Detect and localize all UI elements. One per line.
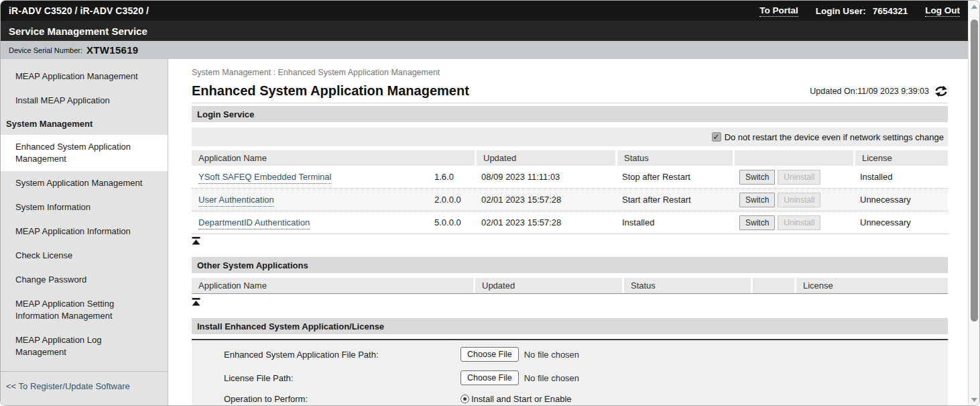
column-actions (733, 150, 853, 166)
actions-cell: SwitchUninstall (733, 170, 853, 185)
license-file-path-row: License File Path: Choose File No file c… (224, 370, 948, 386)
column-status: Status (622, 278, 751, 293)
uninstall-button[interactable]: Uninstall (778, 170, 820, 185)
top-bar-right: To Portal Login User: 7654321 Log Out (759, 5, 960, 17)
page-title: Enhanced System Application Management (192, 83, 469, 99)
sidebar-item-enhanced-system-application-management[interactable]: Enhanced System Application Management (1, 135, 168, 171)
sms-window: iR-ADV C3520 / iR-ADV C3520 / To Portal … (0, 0, 980, 406)
column-license: License (794, 278, 948, 293)
serial-label: Device Serial Number: (9, 46, 82, 54)
main-content: System Management : Enhanced System Appl… (168, 59, 968, 406)
sidebar-item-meap-application-log-management[interactable]: MEAP Application Log Management (1, 328, 168, 364)
uninstall-button[interactable]: Uninstall (778, 193, 820, 207)
sidebar-menu: MEAP Application ManagementInstall MEAP … (1, 64, 168, 364)
vertical-scrollbar[interactable] (968, 1, 979, 405)
top-bar: iR-ADV C3520 / iR-ADV C3520 / To Portal … (1, 1, 968, 21)
section-other-apps-label: Other System Applications (197, 260, 308, 270)
sidebar-item-check-license[interactable]: Check License (1, 244, 168, 268)
license-cell: Installed (853, 172, 948, 182)
log-out-link[interactable]: Log Out (925, 5, 960, 17)
column-empty (751, 278, 794, 293)
status-cell: Stop after Restart (615, 172, 733, 182)
choose-file-button[interactable]: Choose File (461, 347, 519, 362)
section-login-service-label: Login Service (197, 109, 254, 119)
status-cell: Start after Restart (615, 195, 733, 205)
table-row: YSoft SAFEQ Embedded Terminal1.6.008/09 … (192, 166, 948, 189)
version-cell: 5.0.0.0 (428, 217, 475, 227)
application-link[interactable]: YSoft SAFEQ Embedded Terminal (198, 172, 331, 184)
no-restart-label: Do not restart the device even if networ… (725, 132, 944, 142)
updated-cell: 02/01 2023 15:57:28 (475, 195, 615, 205)
other-apps-table-header: Application Name Updated Status License (192, 278, 948, 294)
login-user-label: Login User: (816, 6, 866, 16)
updated-on-wrap: Updated On:11/09 2023 9:39:03 (810, 85, 948, 99)
sidebar-item-install-meap-application[interactable]: Install MEAP Application (1, 89, 168, 113)
column-updated: Updated (475, 150, 615, 166)
application-name-cell: YSoft SAFEQ Embedded Terminal (192, 172, 428, 182)
column-license: License (853, 150, 948, 166)
license-cell: Unnecessary (853, 195, 948, 205)
actions-cell: SwitchUninstall (733, 193, 853, 207)
table-row: DepartmentID Authentication5.0.0.002/01 … (192, 211, 948, 234)
switch-button[interactable]: Switch (739, 170, 775, 185)
sidebar-item-meap-application-management[interactable]: MEAP Application Management (1, 64, 168, 89)
actions-cell: SwitchUninstall (733, 215, 853, 230)
file-chosen-status: No file chosen (524, 373, 579, 383)
sidebar-item-system-application-management[interactable]: System Application Management (1, 171, 168, 195)
application-name-cell: User Authentication (192, 195, 428, 205)
serial-bar: Device Serial Number: XTW15619 (1, 41, 968, 59)
version-cell: 1.6.0 (428, 172, 475, 182)
sidebar-item-change-password[interactable]: Change Password (1, 268, 168, 292)
device-title: iR-ADV C3520 / iR-ADV C3520 / (9, 5, 149, 16)
column-application-name: Application Name (192, 278, 473, 293)
switch-button[interactable]: Switch (739, 193, 775, 207)
choose-file-button[interactable]: Choose File (461, 370, 519, 385)
no-restart-checkbox[interactable]: ✓ (712, 132, 721, 142)
section-login-service: Login Service (192, 106, 948, 122)
scrollbar-thumb[interactable] (971, 19, 978, 321)
scrollbar-up-arrow[interactable] (969, 1, 980, 12)
status-cell: Installed (615, 217, 733, 227)
sidebar-register-link[interactable]: << To Register/Update Software (1, 372, 168, 401)
no-restart-row: ✓ Do not restart the device even if netw… (192, 128, 948, 146)
sidebar-item-meap-application-setting-information-management[interactable]: MEAP Application Setting Information Man… (1, 292, 168, 328)
app-file-path-row: Enhanced System Application File Path: C… (224, 346, 948, 362)
section-other-apps: Other System Applications (192, 257, 948, 273)
application-link[interactable]: DepartmentID Authentication (198, 217, 310, 230)
updated-cell: 08/09 2023 11:11:03 (475, 172, 615, 182)
login-service-table-header: Application Name Updated Status License (192, 150, 948, 166)
to-portal-link[interactable]: To Portal (759, 5, 798, 17)
scrollbar-down-arrow[interactable] (969, 394, 980, 405)
uninstall-button[interactable]: Uninstall (778, 215, 820, 230)
login-user: Login User: 7654321 (816, 6, 908, 16)
operation-row: Operation to Perform: Install and Start … (224, 391, 948, 406)
sidebar-item-meap-application-information[interactable]: MEAP Application Information (1, 219, 168, 244)
refresh-icon[interactable] (934, 85, 948, 97)
sidebar-item-system-information[interactable]: System Information (1, 195, 168, 219)
section-install: Install Enhanced System Application/Lice… (192, 318, 948, 334)
column-status: Status (615, 150, 733, 166)
scroll-to-top-icon[interactable] (192, 298, 200, 306)
title-row: Enhanced System Application Management U… (192, 81, 948, 99)
switch-button[interactable]: Switch (739, 215, 775, 230)
operation-option-1: Install and Start or Enable (461, 394, 572, 404)
sidebar-item-system-management: System Management (1, 113, 168, 135)
radio-install-and-start[interactable] (461, 395, 469, 403)
column-application-name: Application Name (192, 150, 475, 166)
scroll-to-top-icon[interactable] (192, 237, 200, 245)
version-cell: 2.0.0.0 (428, 195, 475, 205)
section-install-label: Install Enhanced System Application/Lice… (197, 321, 384, 332)
sidebar: MEAP Application ManagementInstall MEAP … (1, 59, 168, 406)
column-updated: Updated (473, 278, 622, 293)
body: MEAP Application ManagementInstall MEAP … (1, 59, 968, 406)
operation-label: Operation to Perform: (224, 394, 461, 404)
license-file-path-label: License File Path: (224, 373, 461, 383)
title-divider (192, 103, 948, 103)
app-title-bar: Service Management Service (1, 21, 968, 41)
application-name-cell: DepartmentID Authentication (192, 217, 428, 227)
serial-value: XTW15619 (86, 44, 138, 56)
login-user-value: 7654321 (873, 6, 908, 16)
application-link[interactable]: User Authentication (198, 195, 274, 207)
app-title: Service Management Service (9, 26, 147, 37)
file-chosen-status: No file chosen (524, 350, 579, 360)
